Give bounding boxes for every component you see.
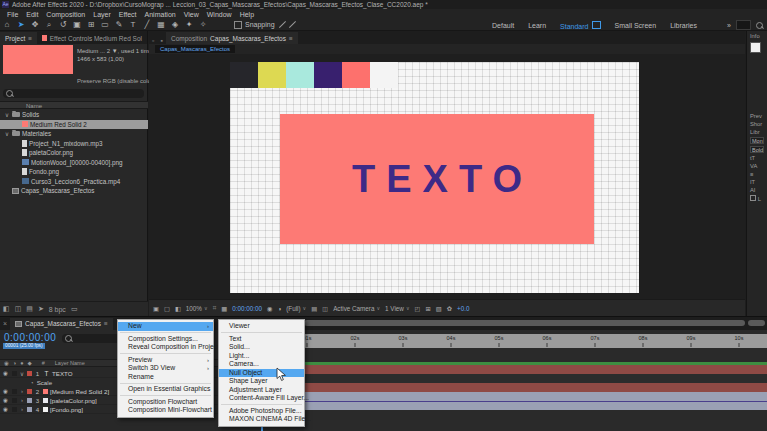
clone-stamp-tool-icon[interactable]: ▦: [154, 20, 168, 29]
submenu-item-solid-[interactable]: Solid...: [219, 343, 304, 352]
tab-info[interactable]: Info: [747, 31, 767, 39]
submenu-item-light-[interactable]: Light...: [219, 352, 304, 361]
menubar-item-layer[interactable]: Layer: [89, 11, 115, 18]
view-layout-dropdown[interactable]: 1 View∨: [385, 305, 409, 312]
magnification-dropdown[interactable]: 100%∨: [186, 305, 208, 312]
pixel-aspect-icon[interactable]: ◰: [415, 305, 421, 312]
character-control-icon-1[interactable]: VA: [747, 161, 767, 169]
workspace-overflow[interactable]: »: [727, 22, 731, 29]
layer-bar-texto[interactable]: [304, 365, 767, 374]
collapsed-panel-libr[interactable]: Libr: [747, 127, 767, 135]
menu-item-preview[interactable]: Preview›: [118, 356, 213, 365]
project-name-column-header[interactable]: Name: [0, 101, 148, 109]
time-navigator-bar[interactable]: [304, 320, 745, 326]
submenu-item-maxon-cinema-4d-file-[interactable]: MAXON CINEMA 4D File...: [219, 415, 304, 424]
tab-effect-controls[interactable]: Effect Controls Medium Red Sol: [37, 32, 147, 44]
character-control-icon-3[interactable]: IT: [747, 177, 767, 185]
project-item-solids[interactable]: ∨Solids: [0, 110, 148, 120]
menubar-item-composition[interactable]: Composition: [42, 11, 89, 18]
pan-behind-tool-icon[interactable]: ⊞: [84, 20, 98, 29]
mask-rectangle-tool-icon[interactable]: ▭: [98, 20, 112, 29]
workspace-standard[interactable]: Standard: [560, 21, 600, 30]
label-color-swatch[interactable]: [27, 389, 32, 394]
eraser-tool-icon[interactable]: ◈: [168, 20, 182, 29]
menu-item-new[interactable]: New›: [118, 322, 213, 331]
project-item-paletacolor-png[interactable]: paletaColor.png: [0, 148, 148, 158]
workspace-box-icon[interactable]: [736, 20, 751, 30]
type-tool-icon[interactable]: T: [126, 20, 140, 29]
layer-bar-paletacolor[interactable]: [304, 392, 767, 401]
shared-view-icon[interactable]: ◧: [175, 305, 181, 312]
collapsed-panel-shor[interactable]: Shor: [747, 119, 767, 127]
close-icon[interactable]: ×: [0, 320, 10, 327]
home-tool-icon[interactable]: ⌂: [0, 20, 14, 29]
hand-tool-icon[interactable]: ✥: [28, 20, 42, 29]
twirl-closed-icon[interactable]: ›: [19, 397, 25, 403]
time-navigator-end[interactable]: [748, 320, 765, 326]
eye-icon[interactable]: ◉: [3, 397, 10, 403]
rotation-tool-icon[interactable]: ↺: [56, 20, 70, 29]
timeline-search-field[interactable]: [62, 334, 120, 343]
twirl-open-icon[interactable]: ∨: [4, 111, 10, 118]
project-item-capas-mascaras-efectos[interactable]: Capas_Mascaras_Efectos: [0, 186, 148, 196]
menubar-item-animation[interactable]: Animation: [141, 11, 180, 18]
pen-tool-icon[interactable]: ✎: [112, 20, 126, 29]
roto-brush-tool-icon[interactable]: ✦: [182, 20, 196, 29]
project-item-materiales[interactable]: ∨Materiales: [0, 129, 148, 139]
character-style-field[interactable]: Bold: [750, 146, 764, 153]
project-item-medium-red-solid-2[interactable]: Medium Red Solid 2: [0, 120, 148, 130]
camera-tool-icon[interactable]: ▣: [70, 20, 84, 29]
panel-menu-icon[interactable]: ≡: [28, 35, 32, 42]
ligatures-checkbox[interactable]: L: [747, 193, 767, 202]
project-item-curso3-leccion6-practica-mp4[interactable]: Curso3_Leccion6_Practica.mp4: [0, 177, 148, 187]
character-font-field[interactable]: Mon: [750, 137, 764, 144]
search-icon[interactable]: [756, 22, 763, 29]
choose-grid-icon[interactable]: ⌗: [213, 304, 217, 312]
project-item-motionwood-00000-00400-png[interactable]: MotionWood_[00000-00400].png: [0, 158, 148, 168]
comp-name-chip[interactable]: Capas_Mascaras_Efectos: [155, 45, 235, 53]
workspace-libraries[interactable]: Libraries: [670, 22, 697, 29]
bit-depth-label[interactable]: 8 bpc: [49, 306, 66, 313]
snapping-option2-icon[interactable]: [288, 21, 295, 28]
menu-item-reveal-composition-in-project[interactable]: Reveal Composition in Project: [118, 343, 213, 352]
tab-project[interactable]: Project ≡: [0, 32, 37, 44]
project-item-fondo-png[interactable]: Fondo.png: [0, 167, 148, 177]
workspace-default[interactable]: Default: [492, 22, 514, 29]
zoom-tool-icon[interactable]: ⌕: [42, 20, 56, 30]
submenu-item-camera-[interactable]: Camera...: [219, 360, 304, 369]
panel-lock-icon[interactable]: ▪: [157, 37, 165, 44]
flowchart-icon[interactable]: ✿: [447, 305, 452, 312]
project-item-project-n1-mixdown-mp3[interactable]: Project_N1_mixdown.mp3: [0, 139, 148, 149]
mask-visibility-icon[interactable]: ▦: [221, 305, 227, 312]
always-preview-icon[interactable]: ▣: [153, 305, 159, 312]
menu-item-open-in-essential-graphics[interactable]: Open in Essential Graphics: [118, 385, 213, 394]
transparency-grid-icon[interactable]: ◫: [322, 305, 328, 312]
tab-timeline-comp[interactable]: Capas_Mascaras_Efectos ≡: [10, 318, 113, 330]
eye-icon[interactable]: ◉: [3, 406, 10, 412]
layer-name-column[interactable]: Layer Name: [55, 360, 85, 366]
twirl-open-icon[interactable]: ∨: [19, 370, 25, 377]
eye-icon[interactable]: ◉: [3, 370, 10, 376]
layer-bar-medium-red-solid[interactable]: [304, 383, 767, 392]
camera-dropdown[interactable]: Active Camera∨: [333, 305, 380, 312]
fast-previews-icon[interactable]: ⊞: [426, 305, 431, 312]
selection-tool-icon[interactable]: ➤: [14, 20, 28, 29]
twirl-open-icon[interactable]: ∨: [4, 130, 10, 137]
character-control-icon-2[interactable]: ≡: [747, 169, 767, 177]
snapping-option-icon[interactable]: [278, 21, 285, 28]
roi-icon[interactable]: ▤: [311, 305, 317, 312]
new-folder-icon[interactable]: ◫: [15, 305, 22, 313]
layer-bar-fondo[interactable]: [304, 402, 767, 410]
submenu-item-viewer[interactable]: Viewer: [219, 322, 304, 331]
menu-item-switch-3d-view[interactable]: Switch 3D View›: [118, 364, 213, 373]
solid-layer-rect[interactable]: TEXTO: [280, 114, 594, 244]
submenu-item-shape-layer[interactable]: Shape Layer: [219, 377, 304, 386]
puppet-pin-tool-icon[interactable]: ✧: [196, 20, 210, 29]
texto-text-layer[interactable]: TEXTO: [341, 158, 533, 201]
menubar-item-edit[interactable]: Edit: [22, 11, 42, 18]
stopwatch-icon[interactable]: ◔: [30, 380, 34, 386]
submenu-item-text[interactable]: Text: [219, 335, 304, 344]
panel-menu-icon[interactable]: ≡: [104, 320, 108, 327]
property-track-scale[interactable]: [304, 374, 767, 383]
submenu-item-adjustment-layer[interactable]: Adjustment Layer: [219, 386, 304, 395]
